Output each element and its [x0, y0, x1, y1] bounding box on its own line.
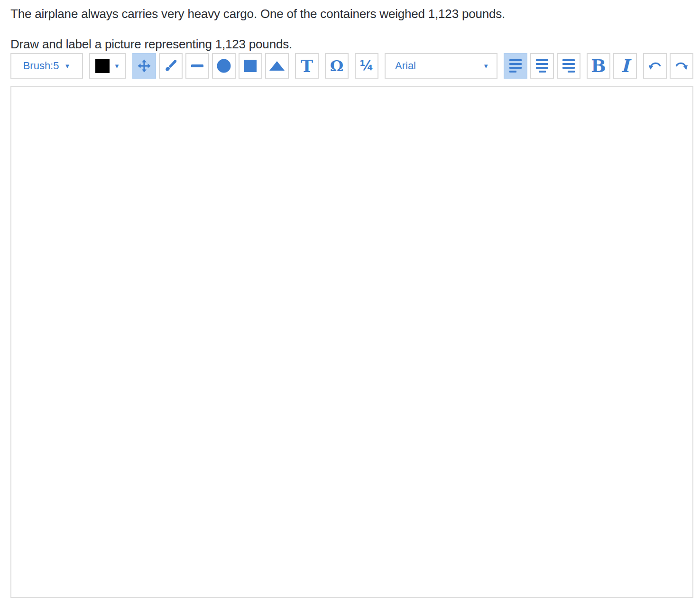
- align-center-button[interactable]: [530, 53, 554, 79]
- brush-size-value: 5: [53, 61, 59, 71]
- chevron-down-icon: ▼: [64, 63, 70, 69]
- paintbrush-icon: [164, 59, 178, 73]
- triangle-shape-button[interactable]: [265, 53, 289, 79]
- italic-button[interactable]: I: [613, 53, 637, 79]
- font-family-dropdown[interactable]: Arial ▼: [385, 53, 497, 79]
- bold-button[interactable]: B: [587, 53, 610, 79]
- prompt-line-2: Draw and label a picture representing 1,…: [10, 36, 693, 52]
- bold-icon: B: [591, 57, 606, 75]
- drawing-widget: The airplane always carries very heavy c…: [0, 0, 700, 598]
- chevron-down-icon: ▼: [114, 63, 120, 69]
- circle-shape-button[interactable]: [212, 53, 236, 79]
- font-family-value: Arial: [395, 61, 416, 71]
- special-character-button[interactable]: Ω: [325, 53, 349, 79]
- undo-button[interactable]: [643, 53, 667, 79]
- omega-icon: Ω: [330, 58, 343, 73]
- text-tool-icon: T: [301, 58, 313, 74]
- paintbrush-tool-button[interactable]: [159, 53, 183, 79]
- align-right-button[interactable]: [557, 53, 580, 79]
- circle-icon: [217, 59, 231, 73]
- align-right-icon: [562, 59, 575, 73]
- redo-button[interactable]: [670, 53, 693, 79]
- chevron-down-icon: ▼: [483, 63, 489, 69]
- square-icon: [244, 59, 257, 73]
- square-shape-button[interactable]: [239, 53, 262, 79]
- undo-icon: [648, 59, 662, 73]
- redo-icon: [674, 59, 689, 73]
- text-tool-button[interactable]: T: [295, 53, 319, 79]
- triangle-icon: [269, 61, 285, 71]
- move-icon: [138, 59, 151, 73]
- line-shape-button[interactable]: [185, 53, 209, 79]
- align-left-button[interactable]: [504, 53, 527, 79]
- color-swatch: [95, 59, 110, 73]
- color-picker-dropdown[interactable]: ▼: [89, 53, 126, 79]
- brush-size-label: Brush:: [23, 61, 54, 71]
- align-left-icon: [509, 59, 522, 73]
- fraction-button[interactable]: ¼: [355, 53, 378, 79]
- move-tool-button[interactable]: [132, 53, 156, 79]
- brush-size-dropdown[interactable]: Brush: 5 ▼: [10, 53, 83, 79]
- italic-icon: I: [621, 57, 629, 75]
- align-center-icon: [536, 59, 548, 73]
- line-icon: [191, 59, 204, 73]
- prompt-line-1: The airplane always carries very heavy c…: [10, 6, 693, 22]
- fraction-icon: ¼: [360, 59, 374, 73]
- drawing-canvas[interactable]: [10, 86, 693, 598]
- toolbar: Brush: 5 ▼ ▼: [10, 53, 693, 79]
